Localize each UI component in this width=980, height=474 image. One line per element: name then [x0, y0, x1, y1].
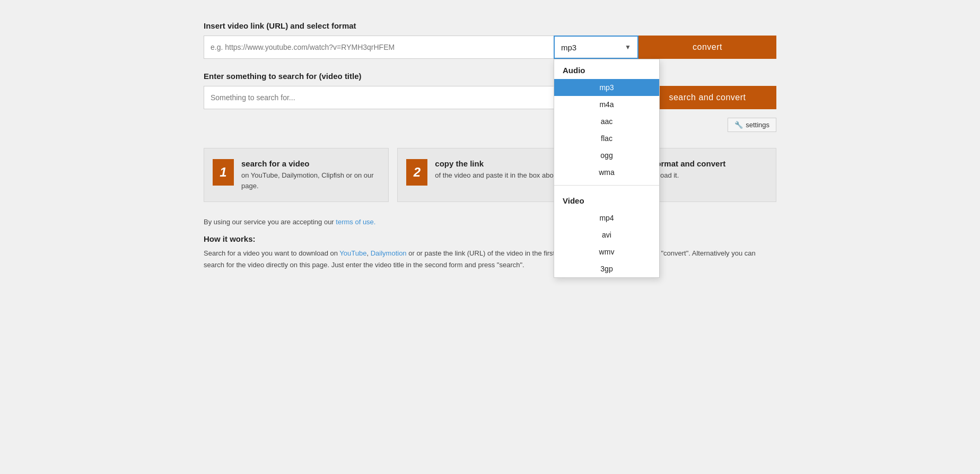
step-content-1: search for a video on YouTube, Dailymoti…: [241, 159, 378, 191]
dropdown-divider: [554, 185, 659, 186]
format-option-mp4[interactable]: mp4: [554, 209, 659, 226]
step-number-1: 1: [213, 159, 234, 186]
steps-row: 1 search for a video on YouTube, Dailymo…: [204, 148, 776, 202]
url-row: mp3 ▼ Audio mp3 m4a aac flac ogg wma Vid…: [204, 36, 776, 59]
search-section-label: Enter something to search for (video tit…: [204, 72, 776, 81]
youtube-link[interactable]: YouTube: [339, 249, 366, 257]
search-row: search and convert: [204, 86, 776, 109]
url-input[interactable]: [204, 36, 554, 59]
terms-line: By using our service you are accepting o…: [204, 218, 776, 226]
page-wrapper: Insert video link (URL) and select forma…: [172, 0, 808, 474]
format-option-avi[interactable]: avi: [554, 226, 659, 243]
format-option-3gp[interactable]: 3gp: [554, 260, 659, 277]
how-text-1: Search for a video you want to download …: [204, 249, 338, 257]
step-desc-1: on YouTube, Dailymotion, Clipfish or on …: [241, 170, 378, 191]
step-content-2: copy the link of the video and paste it …: [435, 159, 563, 181]
step-number-2: 2: [406, 159, 427, 186]
audio-group-label: Audio: [554, 59, 659, 79]
format-option-mp3[interactable]: mp3: [554, 79, 659, 96]
step-title-2: copy the link: [435, 159, 563, 168]
convert-button[interactable]: convert: [638, 36, 776, 59]
how-it-works-text: Search for a video you want to download …: [204, 248, 776, 271]
format-option-wma[interactable]: wma: [554, 164, 659, 181]
step-desc-2: of the video and paste it in the box abo…: [435, 170, 563, 181]
terms-text: By using our service you are accepting o…: [204, 218, 334, 226]
selected-format-label: mp3: [561, 43, 576, 52]
format-option-wmv[interactable]: wmv: [554, 243, 659, 260]
dailymotion-link[interactable]: Dailymotion: [371, 249, 407, 257]
step-title-1: search for a video: [241, 159, 378, 168]
settings-label: settings: [746, 121, 769, 129]
format-option-aac[interactable]: aac: [554, 113, 659, 130]
settings-button[interactable]: 🔧 settings: [728, 118, 776, 132]
url-section-label: Insert video link (URL) and select forma…: [204, 21, 776, 30]
terms-link[interactable]: terms of use.: [336, 218, 375, 226]
format-option-m4a[interactable]: m4a: [554, 96, 659, 113]
step-card-1: 1 search for a video on YouTube, Dailymo…: [204, 148, 389, 202]
settings-row: 🔧 settings: [204, 118, 776, 132]
video-group-label: Video: [554, 190, 659, 209]
format-select-wrapper: mp3 ▼ Audio mp3 m4a aac flac ogg wma Vid…: [554, 36, 638, 59]
format-option-flac[interactable]: flac: [554, 130, 659, 147]
wrench-icon: 🔧: [734, 121, 743, 129]
how-it-works-section: How it works: Search for a video you wan…: [204, 234, 776, 271]
format-dropdown-menu: Audio mp3 m4a aac flac ogg wma Video mp4…: [554, 59, 660, 278]
how-text-2: or: [408, 249, 416, 257]
format-option-ogg[interactable]: ogg: [554, 147, 659, 164]
how-it-works-title: How it works:: [204, 234, 776, 243]
format-select-button[interactable]: mp3 ▼: [554, 36, 638, 59]
chevron-down-icon: ▼: [625, 43, 631, 51]
